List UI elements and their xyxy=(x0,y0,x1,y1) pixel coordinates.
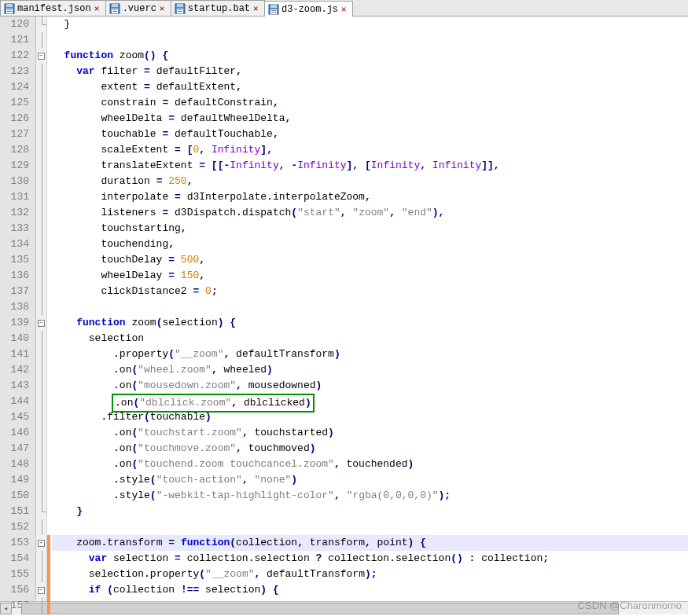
code-area[interactable]: } function zoom() { var filter = default… xyxy=(50,16,688,601)
change-marker xyxy=(47,551,50,566)
code-line[interactable] xyxy=(52,32,688,48)
fold-collapse-icon[interactable] xyxy=(38,320,45,327)
code-line[interactable]: listeners = d3Dispatch.dispatch("start",… xyxy=(52,205,688,221)
fold-cell[interactable] xyxy=(36,189,46,205)
code-line[interactable]: translateExtent = [[-Infinity, -Infinity… xyxy=(52,158,688,174)
line-number: 121 xyxy=(0,32,29,48)
code-line[interactable]: selection.property("__zoom", defaultTran… xyxy=(52,566,688,582)
fold-collapse-icon[interactable] xyxy=(38,53,45,60)
fold-cell[interactable] xyxy=(36,566,46,582)
fold-cell[interactable] xyxy=(36,64,46,79)
fold-cell[interactable] xyxy=(36,79,46,95)
code-line[interactable]: function zoom(selection) { xyxy=(52,315,688,331)
fold-cell[interactable] xyxy=(36,551,46,566)
fold-cell[interactable] xyxy=(36,504,46,519)
fold-expand-icon[interactable] xyxy=(38,540,45,547)
code-line[interactable]: var selection = collection.selection ? c… xyxy=(52,551,688,566)
fold-cell[interactable] xyxy=(36,582,46,598)
code-line[interactable]: scaleExtent = [0, Infinity], xyxy=(52,142,688,158)
fold-cell[interactable] xyxy=(36,16,46,32)
code-line[interactable]: .on("touchend.zoom touchcancel.zoom", to… xyxy=(52,456,688,472)
code-line[interactable]: var filter = defaultFilter, xyxy=(52,64,688,79)
code-line[interactable]: wheelDelta = defaultWheelDelta, xyxy=(52,111,688,126)
fold-cell[interactable] xyxy=(36,362,46,378)
line-number: 124 xyxy=(0,79,29,95)
code-line[interactable]: .filter(touchable) xyxy=(52,409,688,425)
code-line[interactable]: zoom.transform = function(collection, tr… xyxy=(52,535,688,551)
code-line[interactable]: .on("wheel.zoom", wheeled) xyxy=(52,362,688,378)
scroll-left-arrow[interactable]: ◂ xyxy=(0,603,12,614)
code-line[interactable]: extent = defaultExtent, xyxy=(52,79,688,95)
code-line[interactable]: .style("touch-action", "none") xyxy=(52,472,688,488)
fold-cell[interactable] xyxy=(36,519,46,535)
fold-cell[interactable] xyxy=(36,268,46,284)
tab-d3-zoom-js[interactable]: d3-zoom.js✕ xyxy=(264,1,353,16)
code-line[interactable]: wheelDelay = 150, xyxy=(52,268,688,284)
code-line[interactable]: touchending, xyxy=(52,236,688,252)
close-icon[interactable]: ✕ xyxy=(160,5,167,13)
fold-cell[interactable] xyxy=(36,252,46,268)
code-line[interactable]: clickDistance2 = 0; xyxy=(52,284,688,299)
code-line[interactable]: touchable = defaultTouchable, xyxy=(52,126,688,142)
code-line[interactable] xyxy=(52,299,688,315)
fold-cell[interactable] xyxy=(36,456,46,472)
fold-cell[interactable] xyxy=(36,394,46,409)
fold-cell[interactable] xyxy=(36,409,46,425)
fold-cell[interactable] xyxy=(36,284,46,299)
line-number: 151 xyxy=(0,504,29,519)
fold-cell[interactable] xyxy=(36,32,46,48)
scroll-thumb[interactable] xyxy=(21,603,619,614)
change-marker xyxy=(47,598,50,614)
code-line[interactable]: duration = 250, xyxy=(52,174,688,189)
svg-rect-8 xyxy=(112,9,117,10)
code-line[interactable]: .on("touchmove.zoom", touchmoved) xyxy=(52,441,688,456)
fold-cell[interactable] xyxy=(36,346,46,362)
tab-startup-bat[interactable]: startup.bat✕ xyxy=(171,0,265,16)
code-line[interactable]: } xyxy=(52,16,688,32)
code-line[interactable]: .style("-webkit-tap-highlight-color", "r… xyxy=(52,488,688,504)
fold-cell[interactable] xyxy=(36,331,46,346)
fold-cell[interactable] xyxy=(36,488,46,504)
svg-rect-18 xyxy=(271,10,276,11)
code-line[interactable]: touchDelay = 500, xyxy=(52,252,688,268)
fold-cell[interactable] xyxy=(36,111,46,126)
fold-cell[interactable] xyxy=(36,441,46,456)
fold-cell[interactable] xyxy=(36,174,46,189)
code-line[interactable]: } xyxy=(52,504,688,519)
fold-collapse-icon[interactable] xyxy=(38,587,45,594)
code-line[interactable]: .on("dblclick.zoom", dblclicked) xyxy=(52,394,688,409)
code-line[interactable]: interpolate = d3Interpolate.interpolateZ… xyxy=(52,189,688,205)
fold-cell[interactable] xyxy=(36,378,46,394)
code-line[interactable]: .on("mousedown.zoom", mousedowned) xyxy=(52,378,688,394)
fold-cell[interactable] xyxy=(36,472,46,488)
code-line[interactable]: .on("touchstart.zoom", touchstarted) xyxy=(52,425,688,441)
fold-cell[interactable] xyxy=(36,315,46,331)
change-marker xyxy=(47,535,50,551)
tab-manifest-json[interactable]: manifest.json✕ xyxy=(0,0,106,16)
fold-cell[interactable] xyxy=(36,598,46,614)
close-icon[interactable]: ✕ xyxy=(341,6,349,13)
close-icon[interactable]: ✕ xyxy=(253,5,261,13)
fold-cell[interactable] xyxy=(36,142,46,158)
tab--vuerc[interactable]: .vuerc✕ xyxy=(105,0,171,16)
code-line[interactable]: function zoom() { xyxy=(52,48,688,64)
fold-cell[interactable] xyxy=(36,158,46,174)
code-line[interactable]: constrain = defaultConstrain, xyxy=(52,95,688,111)
fold-cell[interactable] xyxy=(36,236,46,252)
code-line[interactable]: if (collection !== selection) { xyxy=(52,582,688,598)
fold-cell[interactable] xyxy=(36,48,46,64)
fold-cell[interactable] xyxy=(36,205,46,221)
close-icon[interactable]: ✕ xyxy=(94,5,102,13)
fold-cell[interactable] xyxy=(36,126,46,142)
code-line[interactable] xyxy=(52,519,688,535)
fold-cell[interactable] xyxy=(36,221,46,236)
fold-gutter[interactable] xyxy=(36,16,47,601)
line-number: 149 xyxy=(0,472,29,488)
fold-cell[interactable] xyxy=(36,535,46,551)
code-line[interactable]: touchstarting, xyxy=(52,221,688,236)
code-line[interactable]: selection xyxy=(52,331,688,346)
fold-cell[interactable] xyxy=(36,425,46,441)
code-line[interactable]: .property("__zoom", defaultTransform) xyxy=(52,346,688,362)
fold-cell[interactable] xyxy=(36,299,46,315)
fold-cell[interactable] xyxy=(36,95,46,111)
